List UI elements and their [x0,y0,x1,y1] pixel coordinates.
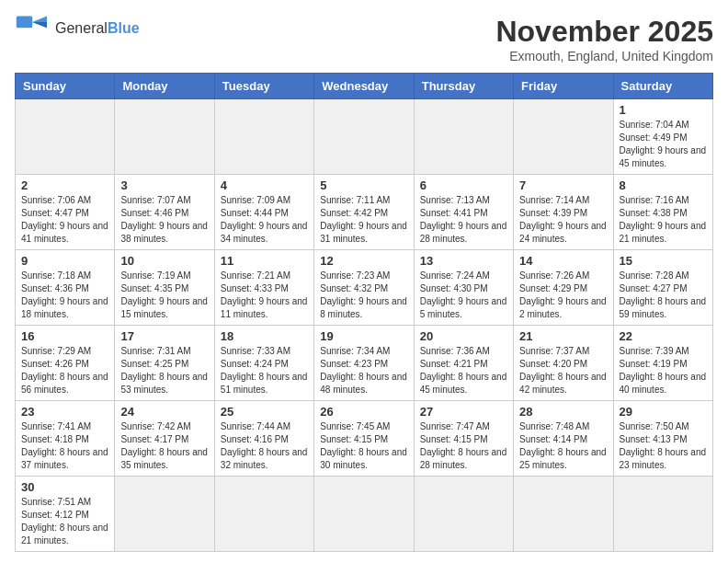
day-header-thursday: Thursday [414,74,513,99]
calendar-cell: 23Sunrise: 7:41 AM Sunset: 4:18 PM Dayli… [16,401,115,477]
day-info: Sunrise: 7:37 AM Sunset: 4:20 PM Dayligh… [519,345,607,396]
day-header-sunday: Sunday [16,74,115,99]
day-number: 8 [620,178,707,192]
day-number: 2 [21,178,108,192]
day-number: 6 [420,178,507,192]
day-info: Sunrise: 7:28 AM Sunset: 4:27 PM Dayligh… [620,270,707,321]
logo: GeneralBlue [15,15,140,42]
logo-icon [15,15,51,42]
calendar-cell: 15Sunrise: 7:28 AM Sunset: 4:27 PM Dayli… [613,250,712,326]
day-info: Sunrise: 7:29 AM Sunset: 4:26 PM Dayligh… [21,345,108,396]
header: GeneralBlue November 2025 Exmouth, Engla… [15,15,713,63]
day-number: 27 [420,405,507,419]
day-info: Sunrise: 7:33 AM Sunset: 4:24 PM Dayligh… [221,345,308,396]
svg-marker-2 [32,22,47,28]
day-number: 30 [21,480,108,494]
logo-text: GeneralBlue [55,20,140,37]
calendar-cell [115,99,214,175]
calendar: SundayMondayTuesdayWednesdayThursdayFrid… [15,73,713,552]
day-number: 4 [221,178,308,192]
day-number: 15 [620,254,707,268]
day-number: 19 [320,329,407,343]
calendar-cell: 12Sunrise: 7:23 AM Sunset: 4:32 PM Dayli… [314,250,414,326]
day-number: 3 [120,178,208,192]
day-info: Sunrise: 7:45 AM Sunset: 4:15 PM Dayligh… [320,420,407,472]
day-info: Sunrise: 7:13 AM Sunset: 4:41 PM Dayligh… [420,194,507,246]
calendar-cell [16,99,115,175]
day-number: 16 [21,329,108,343]
day-header-friday: Friday [514,74,613,99]
day-header-wednesday: Wednesday [314,74,414,99]
calendar-cell [414,99,513,175]
day-header-tuesday: Tuesday [214,74,313,99]
day-info: Sunrise: 7:09 AM Sunset: 4:44 PM Dayligh… [221,194,308,246]
calendar-cell: 10Sunrise: 7:19 AM Sunset: 4:35 PM Dayli… [115,250,214,326]
day-number: 9 [21,254,108,268]
day-info: Sunrise: 7:07 AM Sunset: 4:46 PM Dayligh… [120,194,208,246]
day-number: 28 [519,405,607,419]
calendar-cell [214,99,313,175]
day-info: Sunrise: 7:04 AM Sunset: 4:49 PM Dayligh… [620,119,707,170]
day-info: Sunrise: 7:18 AM Sunset: 4:36 PM Dayligh… [21,270,108,321]
calendar-cell [115,477,214,552]
calendar-cell: 26Sunrise: 7:45 AM Sunset: 4:15 PM Dayli… [314,401,414,477]
day-number: 11 [221,254,308,268]
calendar-cell: 6Sunrise: 7:13 AM Sunset: 4:41 PM Daylig… [414,175,513,250]
day-number: 5 [320,178,407,192]
location-subtitle: Exmouth, England, United Kingdom [495,49,713,63]
day-info: Sunrise: 7:23 AM Sunset: 4:32 PM Dayligh… [320,270,407,321]
month-title: November 2025 [495,15,713,49]
day-info: Sunrise: 7:11 AM Sunset: 4:42 PM Dayligh… [320,194,407,246]
calendar-cell: 3Sunrise: 7:07 AM Sunset: 4:46 PM Daylig… [115,175,214,250]
calendar-cell [314,477,414,552]
calendar-cell [613,477,712,552]
calendar-cell: 29Sunrise: 7:50 AM Sunset: 4:13 PM Dayli… [613,401,712,477]
calendar-cell: 22Sunrise: 7:39 AM Sunset: 4:19 PM Dayli… [613,326,712,401]
calendar-cell: 2Sunrise: 7:06 AM Sunset: 4:47 PM Daylig… [16,175,115,250]
calendar-cell [214,477,313,552]
day-info: Sunrise: 7:36 AM Sunset: 4:21 PM Dayligh… [420,345,507,396]
day-info: Sunrise: 7:44 AM Sunset: 4:16 PM Dayligh… [221,420,308,472]
day-info: Sunrise: 7:50 AM Sunset: 4:13 PM Dayligh… [620,420,707,472]
calendar-cell: 14Sunrise: 7:26 AM Sunset: 4:29 PM Dayli… [514,250,613,326]
day-info: Sunrise: 7:19 AM Sunset: 4:35 PM Dayligh… [120,270,208,321]
calendar-cell: 24Sunrise: 7:42 AM Sunset: 4:17 PM Dayli… [115,401,214,477]
day-number: 1 [620,103,707,117]
day-number: 25 [221,405,308,419]
day-number: 29 [620,405,707,419]
day-info: Sunrise: 7:31 AM Sunset: 4:25 PM Dayligh… [120,345,208,396]
day-info: Sunrise: 7:41 AM Sunset: 4:18 PM Dayligh… [21,420,108,472]
day-number: 13 [420,254,507,268]
day-number: 17 [120,329,208,343]
day-info: Sunrise: 7:26 AM Sunset: 4:29 PM Dayligh… [519,270,607,321]
calendar-cell: 5Sunrise: 7:11 AM Sunset: 4:42 PM Daylig… [314,175,414,250]
day-info: Sunrise: 7:42 AM Sunset: 4:17 PM Dayligh… [120,420,208,472]
svg-rect-0 [17,17,32,29]
day-info: Sunrise: 7:51 AM Sunset: 4:12 PM Dayligh… [21,496,108,547]
calendar-cell: 4Sunrise: 7:09 AM Sunset: 4:44 PM Daylig… [214,175,313,250]
calendar-cell: 30Sunrise: 7:51 AM Sunset: 4:12 PM Dayli… [16,477,115,552]
day-number: 12 [320,254,407,268]
day-header-monday: Monday [115,74,214,99]
calendar-cell [514,99,613,175]
day-number: 14 [519,254,607,268]
day-info: Sunrise: 7:21 AM Sunset: 4:33 PM Dayligh… [221,270,308,321]
calendar-cell [314,99,414,175]
title-area: November 2025 Exmouth, England, United K… [495,15,713,63]
day-header-saturday: Saturday [613,74,712,99]
calendar-cell: 9Sunrise: 7:18 AM Sunset: 4:36 PM Daylig… [16,250,115,326]
calendar-cell: 18Sunrise: 7:33 AM Sunset: 4:24 PM Dayli… [214,326,313,401]
day-info: Sunrise: 7:24 AM Sunset: 4:30 PM Dayligh… [420,270,507,321]
calendar-cell: 27Sunrise: 7:47 AM Sunset: 4:15 PM Dayli… [414,401,513,477]
calendar-cell: 21Sunrise: 7:37 AM Sunset: 4:20 PM Dayli… [514,326,613,401]
day-info: Sunrise: 7:14 AM Sunset: 4:39 PM Dayligh… [519,194,607,246]
calendar-cell: 19Sunrise: 7:34 AM Sunset: 4:23 PM Dayli… [314,326,414,401]
day-info: Sunrise: 7:48 AM Sunset: 4:14 PM Dayligh… [519,420,607,472]
day-number: 21 [519,329,607,343]
day-number: 7 [519,178,607,192]
calendar-cell: 7Sunrise: 7:14 AM Sunset: 4:39 PM Daylig… [514,175,613,250]
day-number: 10 [120,254,208,268]
day-number: 18 [221,329,308,343]
day-number: 20 [420,329,507,343]
calendar-header-row: SundayMondayTuesdayWednesdayThursdayFrid… [16,74,713,99]
